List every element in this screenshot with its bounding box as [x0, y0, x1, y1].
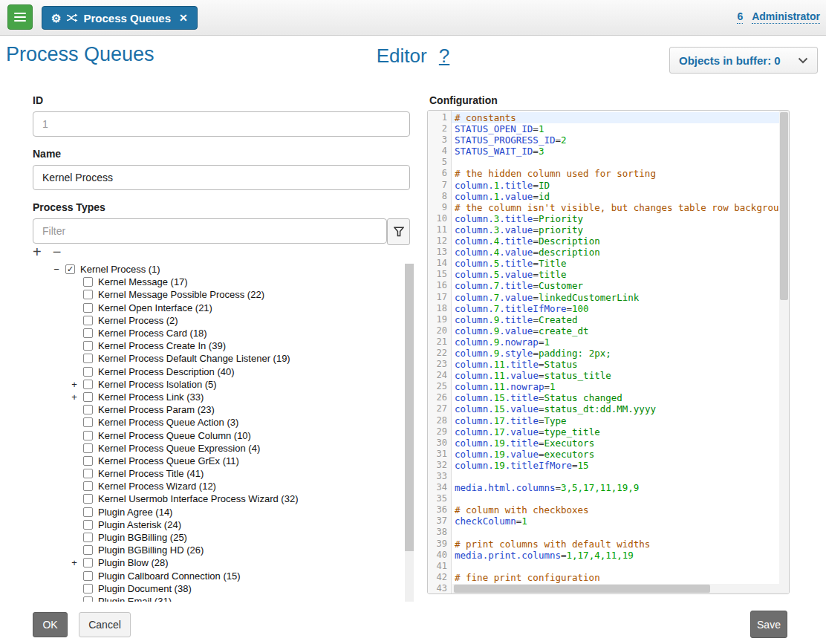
tree-item-checkbox[interactable] [83, 443, 93, 453]
tree-item-checkbox[interactable] [83, 328, 93, 338]
tree-item[interactable]: Kernel Process Description (40) [33, 365, 404, 378]
code-line[interactable] [452, 157, 789, 168]
code-line[interactable]: column.11.value=status_title [452, 370, 789, 381]
tree-item[interactable]: +Kernel Process Isolation (5) [33, 378, 404, 391]
tree-item-checkbox[interactable] [83, 354, 93, 363]
tree-item[interactable]: Kernel Process Create In (39) [33, 339, 404, 352]
code-line[interactable]: STATUS_OPEN_ID=1 [452, 123, 789, 134]
tree-item[interactable]: Kernel Usermob Interface Process Wizard … [33, 492, 404, 505]
tree-item[interactable]: Kernel Open Interface (21) [33, 302, 404, 314]
tree-item-checkbox[interactable] [83, 341, 93, 351]
tree-item-checkbox[interactable] [83, 481, 93, 491]
name-input[interactable] [33, 165, 410, 190]
code-line[interactable]: column.7.titleIfMore=100 [452, 303, 789, 314]
editor-horizontal-scrollbar-thumb[interactable] [454, 585, 710, 593]
buffer-dropdown[interactable]: Objects in buffer: 0 [669, 47, 818, 74]
code-line[interactable] [452, 561, 789, 572]
cancel-button[interactable]: Cancel [79, 612, 131, 637]
tree-item-checkbox[interactable] [83, 316, 93, 325]
code-line[interactable] [452, 471, 789, 482]
help-link[interactable]: ? [439, 45, 449, 67]
tree-item[interactable]: Plugin Agree (14) [33, 506, 404, 518]
code-line[interactable]: column.1.value=id [452, 191, 789, 202]
editor-vertical-scrollbar[interactable] [779, 111, 789, 584]
tree-item-checkbox[interactable] [83, 571, 93, 581]
tree-item-checkbox[interactable] [83, 456, 93, 466]
tree-item[interactable]: Kernel Process Queue GrEx (11) [33, 455, 404, 467]
code-line[interactable]: # print columns with default widths [452, 539, 789, 550]
code-line[interactable]: column.9.value=create_dt [452, 325, 789, 336]
tree-item-checkbox[interactable] [83, 533, 93, 542]
tree-item-checkbox[interactable] [83, 520, 93, 530]
code-line[interactable]: column.9.nowrap=1 [452, 336, 789, 348]
tree-item[interactable]: Kernel Process Queue Column (10) [33, 429, 404, 441]
code-line[interactable]: column.19.titleIfMore=15 [452, 460, 789, 471]
code-line[interactable]: column.4.title=Description [452, 235, 789, 247]
code-line[interactable]: # the hidden column used for sorting [452, 168, 789, 179]
code-line[interactable]: checkColumn=1 [452, 515, 789, 527]
tree-item[interactable]: +Plugin Blow (28) [33, 556, 404, 569]
tree-item[interactable]: Kernel Process Default Change Listener (… [33, 352, 404, 365]
notification-count-link[interactable]: 6 [737, 10, 743, 24]
user-link[interactable]: Administrator [752, 10, 820, 24]
code-line[interactable]: column.17.title=Type [452, 415, 789, 426]
collapse-all-button[interactable]: − [53, 244, 62, 259]
filter-button[interactable] [387, 218, 410, 245]
code-line[interactable]: column.1.title=ID [452, 180, 789, 191]
tree-scrollbar-thumb[interactable] [405, 264, 414, 551]
tree-item[interactable]: −✓Kernel Process (1) [33, 263, 404, 276]
tree-item-checkbox[interactable] [83, 392, 93, 402]
tree-item[interactable]: Plugin BGBilling (25) [33, 531, 404, 544]
code-line[interactable]: column.15.title=Status changed [452, 392, 789, 403]
id-input[interactable] [33, 111, 410, 137]
code-line[interactable]: column.7.title=Customer [452, 280, 789, 291]
code-line[interactable]: column.15.value=status_dt:dd.MM.yyyy [452, 403, 789, 414]
tree-item[interactable]: Kernel Process Queue Expression (4) [33, 442, 404, 455]
tree-item-checkbox[interactable] [83, 380, 93, 389]
code-line[interactable]: STATUS_WAIT_ID=3 [452, 146, 789, 157]
tree-item-checkbox[interactable] [83, 405, 93, 414]
code-line[interactable]: column.17.value=type_title [452, 426, 789, 438]
tree-item[interactable]: Kernel Message (17) [33, 276, 404, 288]
editor-horizontal-scrollbar[interactable] [452, 584, 779, 593]
ok-button[interactable]: OK [33, 612, 68, 637]
editor-vertical-scrollbar-thumb[interactable] [780, 112, 788, 300]
code-line[interactable]: column.9.title=Created [452, 314, 789, 325]
tree-item-checkbox[interactable] [83, 277, 93, 287]
tab-process-queues[interactable]: ⚙ Process Queues ✕ [42, 6, 198, 30]
tree-item-checkbox[interactable] [83, 431, 93, 440]
tree-item-checkbox[interactable] [83, 584, 93, 593]
tree-item-checkbox[interactable] [83, 558, 93, 567]
tree-item[interactable]: Kernel Process Title (41) [33, 467, 404, 480]
tree-item-checkbox[interactable] [83, 417, 93, 427]
tree-item[interactable]: Kernel Process Wizard (12) [33, 480, 404, 492]
code-line[interactable]: column.7.value=linkedCustomerLink [452, 292, 789, 303]
tree-item-checkbox[interactable] [83, 596, 93, 602]
code-line[interactable]: STATUS_PROGRESS_ID=2 [452, 134, 789, 146]
code-line[interactable]: column.19.value=executors [452, 449, 789, 460]
tree-item[interactable]: Kernel Process Card (18) [33, 327, 404, 339]
code-line[interactable]: column.5.title=Title [452, 258, 789, 269]
tree-item[interactable]: Plugin BGBilling HD (26) [33, 544, 404, 556]
tree-item-checkbox[interactable] [83, 469, 93, 478]
tree-item[interactable]: Kernel Process Queue Action (3) [33, 416, 404, 429]
tree-item[interactable]: +Kernel Process Link (33) [33, 391, 404, 403]
expand-toggle-icon[interactable]: + [70, 379, 79, 390]
code-area[interactable]: # constantsSTATUS_OPEN_ID=1STATUS_PROGRE… [452, 111, 789, 593]
tree-item-checkbox[interactable] [83, 494, 93, 504]
tree-item[interactable]: Kernel Process (2) [33, 314, 404, 327]
save-button[interactable]: Save [750, 611, 787, 638]
code-line[interactable]: column.19.title=Executors [452, 438, 789, 449]
code-line[interactable]: column.5.value=title [452, 269, 789, 280]
tree-item-checkbox[interactable]: ✓ [65, 264, 75, 274]
collapse-toggle-icon[interactable]: − [52, 264, 61, 275]
tree-item[interactable]: Plugin Callboard Connection (15) [33, 570, 404, 582]
tree-scrollbar[interactable] [405, 264, 414, 602]
tree-item[interactable]: Kernel Process Param (23) [33, 403, 404, 416]
tree-item[interactable]: Plugin Email (31) [33, 595, 404, 602]
expand-all-button[interactable]: + [33, 244, 42, 259]
tree-item[interactable]: Plugin Asterisk (24) [33, 518, 404, 531]
tree-item[interactable]: Kernel Message Possible Process (22) [33, 288, 404, 301]
tree-item-checkbox[interactable] [83, 507, 93, 517]
code-line[interactable]: # constants [452, 112, 789, 123]
